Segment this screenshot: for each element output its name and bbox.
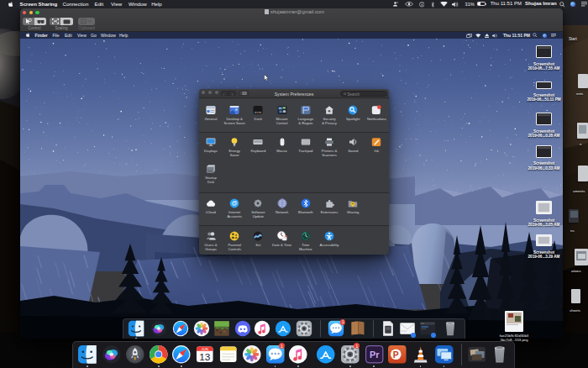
svg-text:P: P [393, 350, 399, 360]
svg-text:@: @ [232, 200, 238, 206]
svg-text:13: 13 [199, 351, 211, 362]
svg-text:Pr: Pr [370, 350, 380, 360]
